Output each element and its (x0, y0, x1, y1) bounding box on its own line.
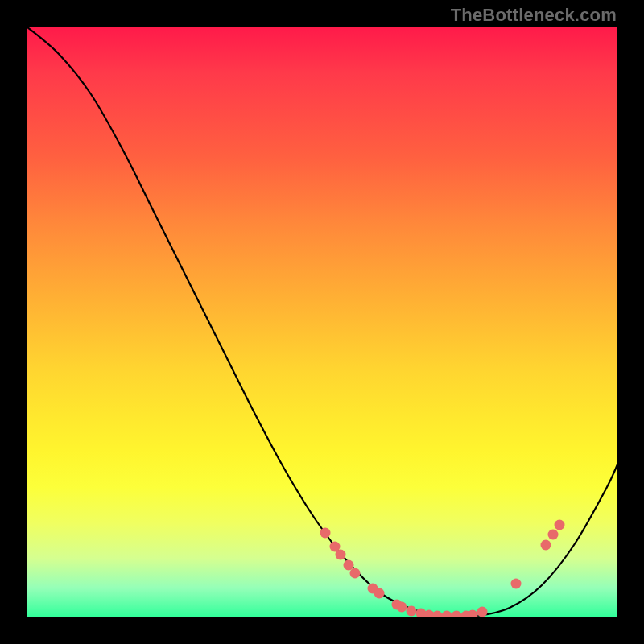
attribution-text: TheBottleneck.com (451, 5, 617, 26)
data-point (374, 588, 385, 599)
data-point (452, 611, 462, 618)
data-point (407, 606, 417, 617)
data-point (468, 610, 478, 618)
data-point (350, 568, 361, 579)
bottleneck-curve (27, 27, 617, 617)
data-point (477, 607, 488, 617)
data-point (320, 528, 331, 539)
curve-layer (27, 27, 617, 617)
data-point (336, 550, 346, 560)
data-point (432, 611, 443, 618)
data-point (442, 611, 452, 618)
scatter-points (320, 520, 565, 618)
plot-area (27, 27, 617, 617)
data-point (541, 540, 551, 551)
data-point (555, 520, 565, 530)
data-point (548, 530, 559, 540)
data-point (397, 602, 407, 613)
data-point (511, 579, 522, 589)
